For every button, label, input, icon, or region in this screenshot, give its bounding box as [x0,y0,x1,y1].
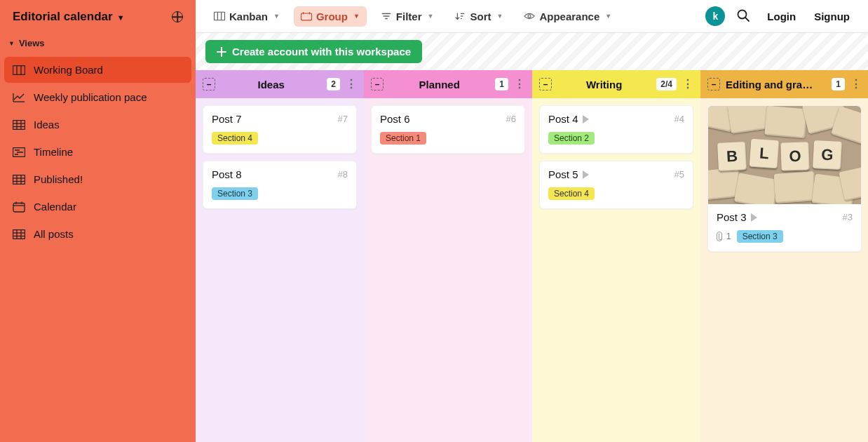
card[interactable]: Post 6 #6 Section 1 [371,105,525,154]
globe-icon[interactable] [172,11,183,22]
svg-rect-26 [214,12,224,20]
column-menu-icon[interactable]: ⋮ [514,79,525,90]
collapse-column-icon[interactable]: – [371,78,384,91]
sidebar-item-label: Working Board [34,64,103,76]
search-button[interactable] [732,6,754,27]
column-body[interactable]: Post 7 #7 Section 4 Post 8 #8 [196,98,364,442]
column-header: – Editing and gra… 1 ⋮ [700,70,868,98]
section-tag: Section 2 [548,132,595,145]
table-icon [13,174,25,185]
column-menu-icon[interactable]: ⋮ [682,79,693,90]
card-title-text: Post 4 [548,113,578,125]
kanban-board: – Ideas 2 ⋮ Post 7 #7 Section 4 [196,70,868,442]
sidebar-item-label: Calendar [34,201,76,213]
card-title: Post 6 [380,113,410,125]
sidebar-item-all-posts[interactable]: All posts [4,221,191,247]
filter-button[interactable]: Filter ▼ [374,6,441,27]
column-menu-icon[interactable]: ⋮ [850,79,862,90]
column-menu-icon[interactable]: ⋮ [346,79,357,90]
login-link[interactable]: Login [761,6,801,27]
caret-down-icon: ▼ [117,13,125,22]
caret-down-icon: ▼ [605,13,611,20]
column-title: Editing and gra… [726,79,826,91]
card[interactable]: Post 7 #7 Section 4 [203,105,357,154]
plus-icon [217,47,226,57]
card-title: Post 4 [548,113,589,125]
column-editing: – Editing and gra… 1 ⋮ [700,70,868,442]
card-number: #4 [674,114,684,124]
card[interactable]: Post 4 #4 Section 2 [539,105,693,154]
column-title: Planned [389,79,489,91]
caret-down-icon: ▼ [273,13,280,20]
card-number: #7 [338,114,348,124]
collapse-column-icon[interactable]: – [707,78,720,91]
group-icon [301,11,312,21]
subtask-play-icon [583,115,589,123]
card[interactable]: Post 5 #5 Section 4 [539,161,693,209]
section-tag: Section 4 [548,187,595,200]
subtask-play-icon [583,170,589,179]
chevron-down-icon: ▼ [8,40,15,47]
view-type-kanban[interactable]: Kanban ▼ [207,6,287,27]
workspace-title-text: Editorial calendar [13,10,113,24]
svg-rect-21 [13,229,25,239]
column-title: Ideas [221,79,321,91]
svg-line-41 [745,18,749,21]
caret-down-icon: ▼ [428,13,434,20]
sidebar-item-timeline[interactable]: Timeline [4,139,191,165]
card-title: Post 5 [548,168,589,180]
topbar: Kanban ▼ Group ▼ Filter ▼ Sort ▼ Appeara… [196,0,868,33]
collapse-column-icon[interactable]: – [203,78,215,91]
svg-point-39 [528,15,531,18]
column-count: 1 [495,78,508,91]
create-account-button[interactable]: Create account with this workspace [205,40,422,63]
workspace-title[interactable]: Editorial calendar ▼ [13,10,125,24]
column-count: 1 [832,78,845,91]
sidebar-item-published[interactable]: Published! [4,166,191,192]
views-list: Working Board Weekly publication pace Id… [0,53,196,251]
svg-rect-12 [13,175,25,184]
sidebar-item-calendar[interactable]: Calendar [4,194,191,220]
sidebar-item-ideas[interactable]: Ideas [4,112,191,138]
column-title: Writing [557,79,651,91]
column-writing: – Writing 2/4 ⋮ Post 4 #4 [532,70,700,442]
views-section-toggle[interactable]: ▼ Views [0,34,196,53]
sidebar-item-weekly-publication-pace[interactable]: Weekly publication pace [4,84,191,110]
subtask-play-icon [751,213,757,222]
paperclip-icon [717,232,722,241]
board-icon [214,11,225,21]
board-icon [13,65,25,76]
collapse-column-icon[interactable]: – [539,78,552,91]
card-title: Post 3 [717,211,757,223]
column-header: – Planned 1 ⋮ [364,70,532,98]
sidebar-item-label: Timeline [34,146,73,158]
filter-icon [381,11,392,21]
section-tag: Section 3 [737,230,783,243]
table-icon [13,229,25,240]
column-body[interactable]: Post 4 #4 Section 2 Post 5 [532,98,700,442]
search-icon [736,8,750,22]
column-body[interactable]: Post 6 #6 Section 1 [364,98,532,442]
sidebar-header: Editorial calendar ▼ [0,0,196,34]
svg-rect-0 [13,65,25,74]
card-cover-image: B L O G [708,106,861,204]
card[interactable]: B L O G Post 3 #3 [707,105,862,252]
eye-icon [524,11,535,21]
sidebar-item-label: All posts [34,228,74,240]
card-number: #3 [843,212,853,222]
sort-button[interactable]: Sort ▼ [447,6,510,27]
column-header: – Ideas 2 ⋮ [196,70,364,98]
svg-rect-3 [13,120,25,129]
signup-link[interactable]: Signup [808,6,855,27]
filter-label: Filter [396,11,422,22]
sidebar-item-working-board[interactable]: Working Board [4,57,191,83]
main: Kanban ▼ Group ▼ Filter ▼ Sort ▼ Appeara… [196,0,868,442]
timeline-icon [13,147,25,158]
card[interactable]: Post 8 #8 Section 3 [203,161,357,209]
column-ideas: – Ideas 2 ⋮ Post 7 #7 Section 4 [196,70,364,442]
group-label: Group [316,11,348,22]
column-body[interactable]: B L O G Post 3 #3 [700,98,868,442]
avatar[interactable]: k [705,6,725,26]
appearance-button[interactable]: Appearance ▼ [517,6,618,27]
group-button[interactable]: Group ▼ [294,6,367,27]
